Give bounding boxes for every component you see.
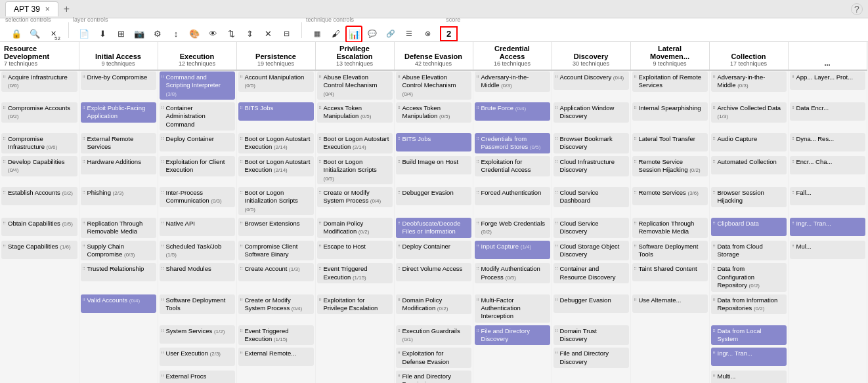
list-btn[interactable]: ☰ (401, 26, 418, 43)
technique-app-layer[interactable]: ⠿ App... Layer... Prot... (790, 71, 865, 90)
technique-create-modify-sys-pe[interactable]: ⠿ Create or Modify System Process (0/4) (238, 294, 314, 315)
grid-btn[interactable]: ⊞ (112, 26, 129, 43)
technique-domain-trust-disc[interactable]: ⠿ Domain Trust Discovery (553, 325, 629, 346)
technique-forced-auth[interactable]: ⠿ Forced Authentication (475, 187, 550, 205)
disable-btn[interactable]: ⊗ (419, 26, 436, 43)
technique-data-local-sys[interactable]: ⠿ Data from Local System (711, 325, 787, 346)
technique-audio-capture[interactable]: ⠿ Audio Capture (711, 133, 787, 151)
technique-creds-pw-stores[interactable]: ⠿ Credentials from Password Stores (0/5) (475, 133, 550, 153)
lock-btn[interactable]: 🔒 (8, 26, 25, 43)
technique-escape-host[interactable]: ⠿ Escape to Host (317, 241, 393, 259)
technique-software-deploy-ex[interactable]: ⠿ Software Deployment Tools (160, 294, 235, 315)
technique-container-res-disc[interactable]: ⠿ Container and Resource Discovery (553, 263, 629, 283)
technique-ext-procs[interactable]: ⠿ External Procs (160, 371, 235, 383)
technique-internal-spear[interactable]: ⠿ Internal Spearphishing (632, 102, 708, 121)
technique-adversary-mid-ca[interactable]: ⠿ Adversary-in-the-Middle (0/3) (475, 71, 550, 92)
technique-exploit-defense-evasion[interactable]: ⠿ Exploitation for Defense Evasion (396, 348, 471, 368)
technique-access-token-pe[interactable]: ⠿ Access Token Manipulation (0/5) (317, 102, 393, 123)
technique-use-alternate[interactable]: ⠿ Use Alternate... (632, 294, 708, 313)
technique-boot-logon-priv-2[interactable]: ⠿ Boot or Logon Initialization Scripts (… (317, 156, 393, 184)
technique-browser-bookmark[interactable]: ⠿ Browser Bookmark Discovery (553, 133, 629, 153)
technique-inter-proc-comm[interactable]: ⠿ Inter-Process Communication (0/3) (160, 187, 235, 207)
search-btn[interactable]: 🔍 (26, 26, 43, 43)
technique-abuse-elev-de[interactable]: ⠿ Abuse Elevation Control Mechanism (0/4… (396, 71, 471, 100)
technique-data-encr[interactable]: ⠿ Data Encr... (790, 102, 865, 121)
technique-multi-factor-intercept[interactable]: ⠿ Multi-Factor Authentication Intercepti… (475, 294, 550, 323)
technique-abuse-elev-pe[interactable]: ⠿ Abuse Elevation Control Mechanism (0/4… (317, 71, 393, 100)
technique-deploy-container-ex[interactable]: ⠿ Deploy Container (160, 133, 235, 151)
technique-exploit-client-exec[interactable]: ⠿ Exploitation for Client Execution (160, 156, 235, 176)
technique-data-info-repo[interactable]: ⠿ Data from Information Repositories (0/… (711, 294, 787, 315)
technique-file-dir-disc-ca[interactable]: ⠿ File and Directory Discovery (475, 325, 550, 346)
technique-bits-jobs-de[interactable]: ⠿ BITS Jobs (396, 133, 471, 151)
filter-btn[interactable]: ⚙ (149, 26, 166, 43)
hatch-btn[interactable]: ▦ (309, 26, 326, 43)
technique-bits-jobs-pe[interactable]: ⠿ BITS Jobs (238, 102, 314, 121)
apt39-tab[interactable]: APT 39 × (5, 1, 58, 16)
technique-adversary-mid-col[interactable]: ⠿ Adversary-in-the-Middle (0/3) (711, 71, 787, 92)
technique-replication-rem-media-lm[interactable]: ⠿ Replication Through Removable Media (632, 218, 708, 238)
technique-domain-policy-de[interactable]: ⠿ Domain Policy Modification (0/2) (396, 294, 471, 315)
technique-trusted-rel[interactable]: ⠿ Trusted Relationship (81, 263, 156, 281)
collapse-btn[interactable]: ⇕ (241, 26, 258, 43)
technique-boot-logon-pe-2[interactable]: ⠿ Boot or Logon Autostart Execution (2/1… (238, 156, 314, 176)
technique-drive-by[interactable]: ⠿ Drive-by Compromise (81, 71, 156, 90)
score-box[interactable]: 2 (440, 26, 458, 41)
technique-debugger-evasion-disc[interactable]: ⠿ Debugger Evasion (553, 294, 629, 313)
technique-enc-cha[interactable]: ⠿ Encr... Cha... (790, 156, 865, 174)
technique-data-cloud-storage[interactable]: ⠿ Data from Cloud Storage (711, 241, 787, 261)
technique-external-remote-pe[interactable]: ⠿ External Remote... (238, 348, 314, 366)
technique-execution-guardrails[interactable]: ⠿ Execution Guardrails (0/1) (396, 325, 471, 346)
technique-cloud-svc-dash[interactable]: ⠿ Cloud Service Dashboard (553, 187, 629, 207)
technique-cloud-storage-obj[interactable]: ⠿ Cloud Storage Object Discovery (553, 241, 629, 261)
technique-mul[interactable]: ⠿ Mul... (790, 241, 865, 259)
color-btn[interactable]: 🎨 (186, 26, 203, 43)
technique-compromise-infra[interactable]: ⠿ Compromise Infrastructure (0/6) (1, 133, 77, 153)
technique-exploit-cred-access[interactable]: ⠿ Exploitation for Credential Access (475, 156, 550, 176)
technique-stage-cap[interactable]: ⠿ Stage Capabilities (1/6) (1, 241, 77, 259)
technique-user-exec[interactable]: ⠿ User Execution (2/3) (160, 348, 235, 366)
technique-create-acct[interactable]: ⠿ Create Account (1/3) (238, 263, 314, 281)
technique-phishing[interactable]: ⠿ Phishing (2/3) (81, 187, 156, 205)
technique-acct-manip[interactable]: ⠿ Account Manipulation (0/5) (238, 71, 314, 92)
technique-fall[interactable]: ⠿ Fall... (790, 187, 865, 205)
technique-shared-modules[interactable]: ⠿ Shared Modules (160, 263, 235, 281)
technique-compromise-accts[interactable]: ⠿ Compromise Accounts (0/2) (1, 102, 77, 123)
technique-taint-shared[interactable]: ⠿ Taint Shared Content (632, 263, 708, 281)
bar-chart-btn[interactable]: 📊 (345, 26, 362, 43)
help-btn[interactable]: ? (851, 3, 863, 15)
new-layer-btn[interactable]: 📄 (76, 26, 93, 43)
technique-brute-force[interactable]: ⠿ Brute Force (0/4) (475, 102, 550, 121)
technique-debugger-evasion-de[interactable]: ⠿ Debugger Evasion (396, 187, 471, 205)
technique-exploit-remote-svc[interactable]: ⠿ Exploitation of Remote Services (632, 71, 708, 92)
technique-hardware-add[interactable]: ⠿ Hardware Additions (81, 156, 156, 174)
technique-system-svc[interactable]: ⠿ System Services (1/2) (160, 325, 235, 344)
technique-boot-init-pe[interactable]: ⠿ Boot or Logon Initialization Scripts (… (238, 187, 314, 215)
camera-btn[interactable]: 📷 (131, 26, 148, 43)
technique-container-admin[interactable]: ⠿ Container Administration Command (160, 102, 235, 131)
technique-data-config-repo[interactable]: ⠿ Data from Configuration Repository (0/… (711, 263, 787, 291)
technique-sched-task[interactable]: ⠿ Scheduled Task/Job (1/5) (160, 241, 235, 261)
fill-btn[interactable]: 🖌 (327, 26, 344, 43)
technique-valid-accts[interactable]: ⠿ Valid Accounts (0/4) (81, 294, 156, 313)
technique-forge-web-creds[interactable]: ⠿ Forge Web Credentials (0/2) (475, 218, 550, 238)
technique-remote-svc-hijack[interactable]: ⠿ Remote Service Session Hijacking (0/2) (632, 156, 708, 176)
technique-acquire-infra[interactable]: ⠿ Acquire Infrastructure (0/6) (1, 71, 77, 92)
new-tab-btn[interactable]: + (64, 3, 70, 15)
technique-event-triggered-priv[interactable]: ⠿ Event Triggered Execution (1/15) (317, 263, 393, 283)
technique-build-image[interactable]: ⠿ Build Image on Host (396, 156, 471, 174)
technique-ingr-tran[interactable]: ⠿ Ingr... Tran... (790, 218, 865, 236)
technique-cloud-infra-disc[interactable]: ⠿ Cloud Infrastructure Discovery (553, 156, 629, 176)
clear-btn[interactable]: ✕ (259, 26, 276, 43)
technique-cmd-scripting[interactable]: ⠿ Command and Scripting Interpreter (3/8… (160, 71, 235, 100)
technique-create-modify-sys-priv[interactable]: ⠿ Create or Modify System Process (0/4) (317, 187, 393, 207)
technique-lateral-tool[interactable]: ⠿ Lateral Tool Transfer (632, 133, 708, 151)
deselect-btn[interactable]: ✕52 (45, 26, 62, 43)
technique-browser-session-hijack[interactable]: ⠿ Browser Session Hijacking (711, 187, 787, 207)
technique-dyna-res[interactable]: ⠿ Dyna... Res... (790, 133, 865, 151)
technique-domain-policy-priv[interactable]: ⠿ Domain Policy Modification (0/2) (317, 218, 393, 238)
eye-btn[interactable]: 👁 (204, 26, 221, 43)
link-btn[interactable]: 🔗 (382, 26, 399, 43)
aggregate-btn[interactable]: ⊟ (278, 26, 295, 43)
technique-deobfuscate[interactable]: ⠿ Deobfuscate/Decode Files or Informatio… (396, 218, 471, 238)
